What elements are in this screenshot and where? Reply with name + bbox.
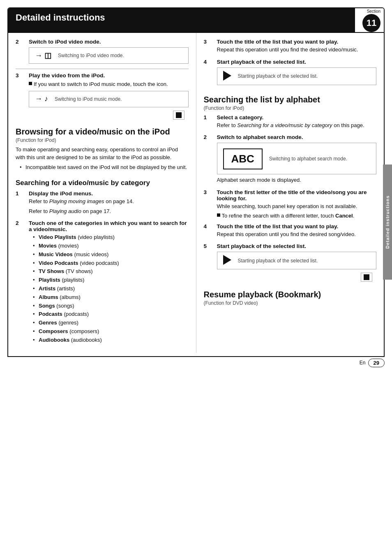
browsing-bullets: Incompatible text saved on the iPod will… — [16, 163, 189, 172]
browsing-section: Browsing for a video/music on the iPod (… — [16, 127, 189, 172]
main-content: 2 Switch to iPod video mode. → ◫ Switchi… — [7, 33, 385, 353]
page-title: Detailed instructions — [8, 8, 355, 32]
cat-step-1-ref1: Refer to Playing moving images on page 1… — [29, 197, 189, 206]
alph-step-2-icon-box: ABC Switching to alphabet search mode. — [217, 143, 377, 174]
step-3-heading: Play the video from the iPod. — [29, 72, 189, 79]
cat-step-4-row: 4 Start playback of the selected list. S… — [204, 59, 377, 87]
alph-step-4-body: Repeat this operation until you find the… — [217, 230, 377, 239]
alph-step-5-content: Start playback of the selected list. Sta… — [217, 243, 377, 271]
category-item: Songs (songs) — [33, 302, 189, 310]
cat-step-4-number: 4 — [204, 59, 213, 65]
stop-box-right — [361, 273, 372, 282]
page-footer-border — [7, 353, 385, 357]
abc-icon: ABC — [223, 148, 263, 169]
cat-step-3-row: 3 Touch the title of the list that you w… — [204, 39, 377, 56]
page-number-badge: 29 — [368, 359, 385, 367]
step-2-content: Switch to iPod video mode. → ◫ Switching… — [29, 39, 189, 65]
page-header: Detailed instructions Section 11 — [7, 7, 385, 33]
sidebar-label-container: Detailed instructions — [383, 164, 392, 280]
category-item: Albums (albums) — [33, 293, 189, 302]
category-section: Searching for a video/music by category … — [16, 179, 189, 344]
alph-step-3-content: Touch the first letter of the title of t… — [217, 189, 377, 220]
stop-icon-row-left — [16, 111, 189, 120]
cat-step-1-ref2: Refer to Playing audio on page 17. — [29, 207, 189, 215]
alph-step-1-heading: Select a category. — [217, 114, 377, 120]
section-label: Section — [367, 9, 380, 14]
ipod-music-icon: → ♪ — [35, 95, 48, 103]
category-item: Composers (composers) — [33, 327, 189, 336]
cat-step-1-row: 1 Display the iPod menus. Refer to Playi… — [16, 190, 189, 217]
alph-step-3-number: 3 — [204, 189, 213, 195]
cat-step-3-number: 3 — [204, 39, 213, 45]
alph-step-4-heading: Touch the title of the list that you wan… — [217, 223, 377, 229]
alphabet-title: Searching the list by alphabet — [204, 95, 377, 104]
step-3-note: If you want to switch to iPod music mode… — [29, 80, 189, 88]
alph-step-5-number: 5 — [204, 243, 213, 249]
cat-step-2-number: 2 — [16, 220, 25, 226]
category-item: Audiobooks (audiobooks) — [33, 336, 189, 345]
cat-step-1-heading: Display the iPod menus. — [29, 190, 189, 197]
step-2-row: 2 Switch to iPod video mode. → ◫ Switchi… — [16, 39, 189, 65]
step-2-heading: Switch to iPod video mode. — [29, 39, 189, 45]
alph-step-1-body: Refer to Searching for a video/music by … — [217, 121, 377, 130]
alph-step-5-heading: Start playback of the selected list. — [217, 243, 377, 249]
page-lang: En — [360, 360, 366, 366]
cat-step-4-icon-label: Starting playback of the selected list. — [238, 73, 318, 79]
alphabet-subtitle: (Function for iPod) — [204, 105, 377, 111]
step-2-icon-label: Switching to iPod video mode. — [58, 53, 124, 58]
alph-step-5-icon-label: Starting playback of the selected list. — [238, 258, 318, 264]
sq-bullet-icon-alph — [217, 213, 220, 217]
alph-step-3-heading: Touch the first letter of the title of t… — [217, 189, 377, 202]
alph-step-1-number: 1 — [204, 114, 213, 120]
cat-step-3-body: Repeat this operation until you find the… — [217, 46, 377, 54]
play-triangle-icon-1 — [223, 71, 231, 82]
stop-square-icon-right — [364, 274, 369, 280]
step-3-row: 3 Play the video from the iPod. If you w… — [16, 72, 189, 109]
step-3-content: Play the video from the iPod. If you wan… — [29, 72, 189, 109]
alph-step-2-note: Alphabet search mode is displayed. — [217, 176, 377, 184]
cat-step-2-heading: Touch one of the categories in which you… — [29, 220, 189, 232]
step-3-icon-label: Switching to iPod music mode. — [55, 96, 122, 102]
alph-step-3-body1: While searching, touch panel key operati… — [217, 202, 377, 211]
stop-icon-row-right — [204, 273, 377, 282]
alph-step-3-note: To refine the search with a different le… — [217, 212, 377, 220]
cat-step-4-icon-box: Starting playback of the selected list. — [217, 67, 377, 85]
alph-step-3-row: 3 Touch the first letter of the title of… — [204, 189, 377, 220]
cat-step-2-row: 2 Touch one of the categories in which y… — [16, 220, 189, 344]
browsing-bullet-1: Incompatible text saved on the iPod will… — [20, 163, 189, 172]
alph-step-2-row: 2 Switch to alphabet search mode. ABC Sw… — [204, 134, 377, 186]
alph-step-2-number: 2 — [204, 134, 213, 140]
alph-step-2-icon-label: Switching to alphabet search mode. — [269, 156, 347, 162]
alph-step-5-row: 5 Start playback of the selected list. S… — [204, 243, 377, 271]
alph-step-4-content: Touch the title of the list that you wan… — [217, 223, 377, 240]
category-item: Music Videos (music videos) — [33, 250, 189, 259]
sq-bullet-icon — [29, 82, 32, 85]
cat-step-3-content: Touch the title of the list that you wan… — [217, 39, 377, 56]
category-item: Artists (artists) — [33, 285, 189, 293]
resume-title: Resume playback (Bookmark) — [204, 290, 377, 299]
category-item: Genres (genres) — [33, 319, 189, 327]
alph-step-2-heading: Switch to alphabet search mode. — [217, 134, 377, 140]
play-triangle-icon-2 — [223, 255, 231, 266]
category-item: TV Shows (TV shows) — [33, 267, 189, 276]
stop-box-left — [173, 111, 184, 120]
cat-step-1-number: 1 — [16, 190, 25, 197]
resume-section: Resume playback (Bookmark) (Function for… — [204, 290, 377, 306]
sidebar-label: Detailed instructions — [385, 195, 390, 249]
category-item: Video Podcasts (video podcasts) — [33, 259, 189, 268]
category-item: Video Playlists (video playlists) — [33, 233, 189, 242]
browsing-body: To make operating and searching easy, op… — [16, 146, 189, 162]
left-column: 2 Switch to iPod video mode. → ◫ Switchi… — [8, 33, 196, 353]
cat-step-1-content: Display the iPod menus. Refer to Playing… — [29, 190, 189, 217]
alph-step-2-content: Switch to alphabet search mode. ABC Swit… — [217, 134, 377, 186]
step-2-icon-box: → ◫ Switching to iPod video mode. — [29, 47, 189, 64]
alph-step-1-content: Select a category. Refer to Searching fo… — [217, 114, 377, 131]
browsing-subtitle: (Function for iPod) — [16, 137, 189, 143]
cat-step-3-heading: Touch the title of the list that you wan… — [217, 39, 377, 45]
page-number-area: En 29 — [0, 357, 392, 369]
alphabet-section: Searching the list by alphabet (Function… — [204, 95, 377, 282]
section-number: 11 — [362, 14, 380, 32]
step-3-icon-box: → ♪ Switching to iPod music mode. — [29, 91, 189, 107]
category-item: Playlists (playlists) — [33, 276, 189, 285]
browsing-title: Browsing for a video/music on the iPod — [16, 127, 189, 137]
